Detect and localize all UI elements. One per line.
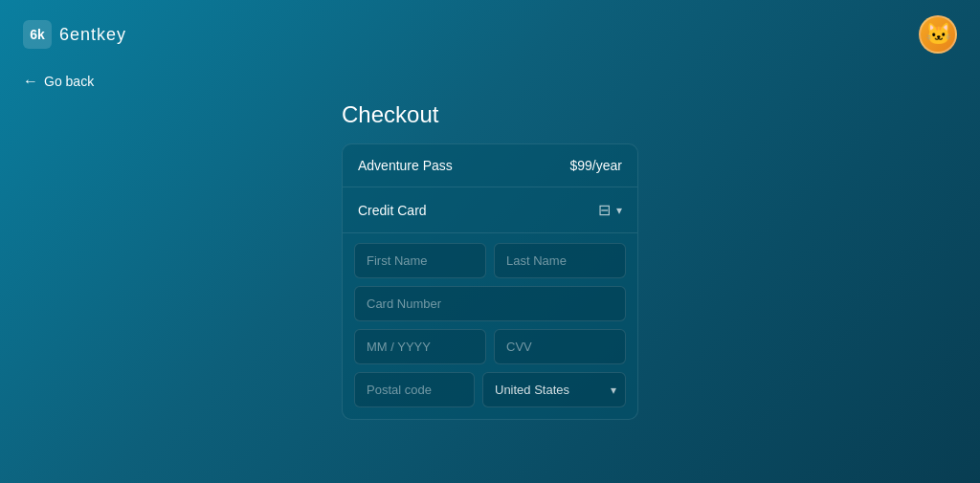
- cvv-input[interactable]: [494, 329, 626, 364]
- card-number-input[interactable]: [354, 286, 626, 321]
- form-fields: United States Canada United Kingdom Aust…: [343, 233, 637, 419]
- logo-badge-text: 6k: [30, 27, 45, 42]
- logo-badge: 6k: [23, 20, 52, 49]
- logo-text: 6entkey: [59, 25, 126, 45]
- postal-country-row: United States Canada United Kingdom Aust…: [354, 372, 626, 407]
- product-price: $99/year: [570, 158, 622, 173]
- avatar-emoji: 🐱: [925, 22, 951, 47]
- credit-card-icon: ⊟: [598, 201, 611, 219]
- expiry-input[interactable]: [354, 329, 486, 364]
- name-row: [354, 243, 626, 278]
- go-back-label: Go back: [44, 74, 94, 89]
- country-select[interactable]: United States Canada United Kingdom Aust…: [482, 372, 626, 407]
- payment-chevron-icon: ▾: [616, 204, 622, 217]
- main-content: Checkout Adventure Pass $99/year Credit …: [0, 101, 980, 420]
- last-name-input[interactable]: [494, 243, 626, 278]
- product-name: Adventure Pass: [358, 158, 453, 173]
- checkout-form-card: Adventure Pass $99/year Credit Card ⊟ ▾: [342, 143, 638, 420]
- avatar[interactable]: 🐱: [919, 15, 957, 54]
- back-arrow-icon: ←: [23, 73, 38, 90]
- logo-area: 6k 6entkey: [23, 20, 126, 49]
- payment-method-label: Credit Card: [358, 203, 427, 218]
- first-name-input[interactable]: [354, 243, 486, 278]
- payment-method-row[interactable]: Credit Card ⊟ ▾: [343, 187, 637, 233]
- checkout-title: Checkout: [342, 101, 438, 128]
- expiry-cvv-row: [354, 329, 626, 364]
- payment-method-icons: ⊟ ▾: [598, 201, 622, 219]
- product-row: Adventure Pass $99/year: [343, 144, 637, 187]
- postal-code-input[interactable]: [354, 372, 475, 407]
- go-back-button[interactable]: ← Go back: [0, 69, 117, 94]
- country-select-wrapper: United States Canada United Kingdom Aust…: [482, 372, 626, 407]
- header: 6k 6entkey 🐱: [0, 0, 980, 69]
